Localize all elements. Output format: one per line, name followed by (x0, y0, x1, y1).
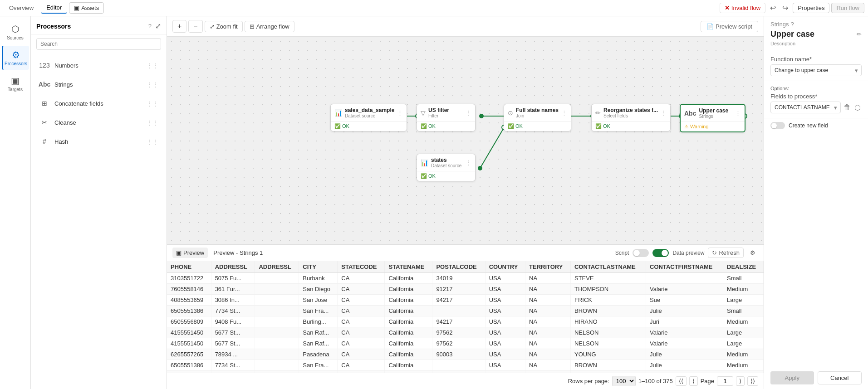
node-header: Abc Upper case Strings ⋮ (681, 105, 745, 122)
sidebar-item-processors[interactable]: ⚙ Processors (2, 46, 29, 70)
page-input[interactable] (717, 376, 733, 386)
table-cell: CA (338, 273, 385, 284)
table-cell: FRICK (570, 295, 646, 306)
panel-description: Description (770, 41, 862, 46)
th-postalcode: POSTALCODE (432, 261, 485, 273)
delete-field-icon[interactable]: 🗑 (843, 102, 852, 112)
cancel-button[interactable]: Cancel (818, 371, 862, 384)
table-row: 41555514505677 St...San Raf...CACaliforn… (167, 327, 764, 338)
node-sales-data[interactable]: 📊 sales_data_sample Dataset source ⋮ ✅ O… (330, 104, 407, 131)
last-page-button[interactable]: ⟩⟩ (747, 376, 758, 386)
tab-assets[interactable]: ▣ Assets (69, 2, 104, 14)
node-menu-icon[interactable]: ⋮ (397, 109, 403, 116)
table-cell (255, 349, 299, 360)
properties-button[interactable]: Properties (793, 3, 829, 13)
next-page-button[interactable]: ⟩ (736, 376, 745, 386)
settings-icon[interactable]: ⚙ (747, 248, 758, 258)
processor-concatenate[interactable]: ⊞ Concatenate fields ⋮⋮ (34, 94, 164, 112)
sidebar-item-targets[interactable]: ▣ Targets (2, 72, 29, 96)
table-cell: CA (338, 338, 385, 349)
table-cell: NELSON (570, 338, 646, 349)
apply-button[interactable]: Apply (770, 371, 814, 384)
table-cell: NELSON (570, 327, 646, 338)
run-flow-button[interactable]: Run flow (831, 3, 864, 13)
table-cell (432, 360, 485, 371)
arrange-flow-button[interactable]: ⊞ Arrange flow (245, 21, 294, 32)
th-contactfirstname: CONTACTFIRSTNAME (646, 261, 723, 273)
preview-script-button[interactable]: 📄 Preview script (701, 21, 758, 32)
tab-editor[interactable]: Editor (41, 2, 67, 14)
strings-drag-handle[interactable]: ⋮⋮ (147, 81, 158, 88)
rows-per-page-select[interactable]: 100 50 25 (612, 376, 636, 386)
node-menu-icon[interactable]: ⋮ (466, 109, 471, 116)
table-cell (255, 306, 299, 316)
concatenate-drag-handle[interactable]: ⋮⋮ (147, 100, 158, 107)
table-cell: USA (485, 306, 525, 316)
th-city: CITY (299, 261, 338, 273)
processors-icon: ⚙ (12, 49, 20, 60)
zoom-out-button[interactable]: − (188, 20, 202, 33)
redo-button[interactable]: ↪ (780, 2, 791, 14)
node-title: Full state names (516, 107, 559, 113)
table-cell: NA (525, 273, 571, 284)
preview-tab[interactable]: ▣ Preview (172, 248, 208, 258)
node-menu-icon[interactable]: ⋮ (735, 110, 741, 117)
processor-hash[interactable]: # Hash ⋮⋮ (34, 132, 164, 151)
node-us-filter[interactable]: ▽ US filter Filter ⋮ ✅ OK (417, 104, 476, 131)
table-row: 65055513867734 St...San Fra...CACaliforn… (167, 306, 764, 316)
prev-page-button[interactable]: ⟨ (689, 376, 698, 386)
create-new-field-toggle[interactable] (770, 122, 785, 129)
processors-header: Processors ? ⤢ (31, 16, 167, 34)
node-menu-icon[interactable]: ⋮ (561, 109, 567, 116)
data-preview-toggle[interactable] (652, 249, 669, 257)
panel-help-icon[interactable]: ? (790, 21, 794, 28)
function-name-select[interactable]: Change to upper case Change to lower cas… (770, 64, 862, 76)
fields-select[interactable]: CONTACTLASTNAME (770, 102, 841, 113)
node-menu-icon[interactable]: ⋮ (661, 109, 667, 116)
node-header: 📊 sales_data_sample Dataset source ⋮ (331, 104, 407, 122)
table-cell: 78934 ... (211, 349, 255, 360)
node-full-state-names[interactable]: ⊙ Full state names Join ⋮ ✅ OK (504, 104, 571, 131)
collapse-button[interactable]: ⤢ (155, 22, 161, 30)
node-type: Strings (699, 114, 732, 119)
add-field-icon[interactable]: ⬡ (853, 102, 862, 113)
node-menu-icon[interactable]: ⋮ (466, 159, 471, 166)
panel-title: Upper case (770, 29, 814, 39)
th-statecode: STATECODE (338, 261, 385, 273)
cleanse-drag-handle[interactable]: ⋮⋮ (147, 119, 158, 126)
refresh-button[interactable]: ↻ Refresh (708, 248, 744, 258)
canvas[interactable]: 📊 sales_data_sample Dataset source ⋮ ✅ O… (167, 37, 764, 244)
help-icon[interactable]: ? (148, 23, 152, 29)
search-input[interactable] (36, 38, 161, 50)
tab-overview[interactable]: Overview (4, 3, 39, 13)
panel-edit-icon[interactable]: ✏ (857, 31, 862, 38)
hash-drag-handle[interactable]: ⋮⋮ (147, 138, 158, 145)
script-icon: 📄 (706, 23, 714, 30)
undo-button[interactable]: ↩ (767, 2, 779, 14)
status-warning: ⚠ Warning (684, 124, 709, 130)
table-cell: 5677 St... (211, 338, 255, 349)
zoom-fit-button[interactable]: ⤢ Zoom fit (205, 21, 243, 32)
table-row: 65055513867734 St...San Fra...CACaliforn… (167, 360, 764, 371)
processor-strings[interactable]: Abc Strings ⋮⋮ (34, 75, 164, 93)
data-table-wrap[interactable]: PHONE ADDRESSL ADDRESSL CITY STATECODE S… (167, 261, 764, 373)
table-cell: Pasadena (299, 349, 338, 360)
node-title: Upper case (699, 107, 732, 114)
node-upper-case[interactable]: Abc Upper case Strings ⋮ ⚠ Warning (680, 104, 745, 132)
node-type: Join (516, 113, 559, 118)
processor-cleanse[interactable]: ✂ Cleanse ⋮⋮ (34, 113, 164, 131)
table-cell: USA (485, 284, 525, 295)
canvas-toolbar: + − ⤢ Zoom fit ⊞ Arrange flow 📄 Preview … (167, 16, 764, 37)
script-toggle[interactable] (633, 249, 649, 257)
sidebar-item-sources[interactable]: ⬡ Sources (2, 20, 29, 44)
th-country: COUNTRY (485, 261, 525, 273)
table-cell: NA (525, 327, 571, 338)
node-reorganize-states[interactable]: ✏ Reorganize states f... Select fields ⋮… (591, 104, 671, 131)
table-cell: 94217 (432, 316, 485, 327)
processor-numbers[interactable]: 123 Numbers ⋮⋮ (34, 56, 164, 74)
node-states[interactable]: 📊 states Dataset source ⋮ ✅ OK (417, 154, 476, 181)
first-page-button[interactable]: ⟨⟨ (676, 376, 687, 386)
toggle-group: Script Data preview (615, 249, 705, 257)
zoom-in-button[interactable]: + (172, 20, 186, 33)
numbers-drag-handle[interactable]: ⋮⋮ (147, 62, 158, 69)
